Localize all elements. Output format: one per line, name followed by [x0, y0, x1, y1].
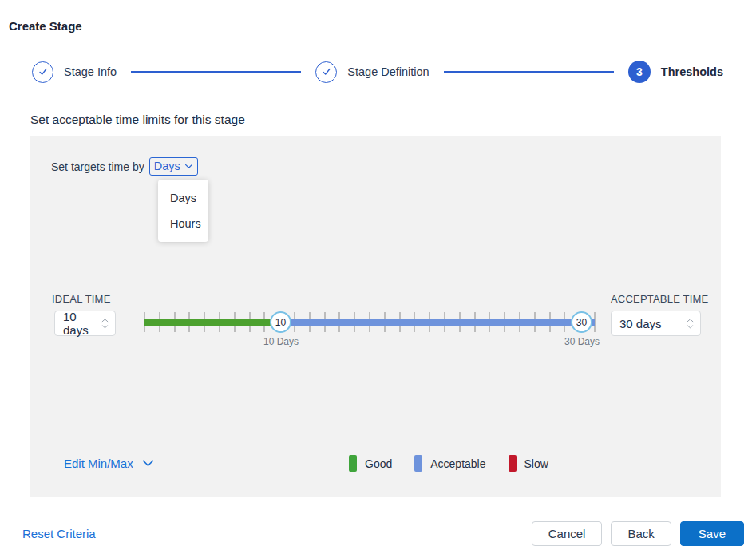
- check-circle-icon: [32, 61, 53, 83]
- targets-label: Set targets time by: [51, 160, 144, 173]
- slow-swatch: [509, 455, 517, 472]
- slider-handle-min[interactable]: 10: [270, 311, 291, 333]
- legend-label: Acceptable: [430, 457, 485, 470]
- stepper-step-stage-definition[interactable]: Stage Definition: [315, 61, 429, 83]
- page-title: Create Stage: [9, 19, 82, 33]
- legend-item-slow: Slow: [509, 455, 548, 472]
- stepper-step-stage-info[interactable]: Stage Info: [32, 61, 117, 83]
- unit-dropdown-menu: Days Hours: [158, 180, 208, 242]
- ideal-time-label: IDEAL TIME: [52, 293, 111, 305]
- acceptable-time-label: ACCEPTABLE TIME: [611, 293, 708, 305]
- save-button[interactable]: Save: [680, 521, 744, 546]
- legend-item-acceptable: Acceptable: [414, 455, 485, 472]
- cancel-button[interactable]: Cancel: [532, 521, 603, 546]
- stepper-arrows-icon[interactable]: [101, 319, 109, 329]
- chevron-down-icon: [184, 164, 193, 169]
- section-title: Set acceptable time limits for this stag…: [30, 113, 245, 127]
- slider-segment-acceptable: [281, 319, 595, 326]
- time-range-slider: 10 30 10 Days 30 Days: [144, 310, 595, 334]
- edit-minmax-link[interactable]: Edit Min/Max: [64, 457, 154, 470]
- slider-max-label: 30 Days: [550, 336, 614, 347]
- stepper: Stage Info Stage Definition 3 Thresholds: [32, 61, 723, 83]
- stepper-connector: [444, 71, 614, 73]
- slider-min-label: 10 Days: [249, 336, 313, 347]
- unit-dropdown-value: Days: [154, 160, 180, 172]
- edit-minmax-label: Edit Min/Max: [64, 457, 133, 470]
- stepper-arrows-icon[interactable]: [687, 319, 694, 329]
- ideal-time-input[interactable]: 10 days: [54, 311, 116, 336]
- legend: Good Acceptable Slow: [349, 455, 571, 472]
- step-number-badge: 3: [628, 61, 651, 83]
- step-label: Thresholds: [661, 65, 723, 78]
- good-swatch: [349, 455, 357, 472]
- chevron-down-icon: [142, 460, 154, 467]
- unit-option-hours[interactable]: Hours: [158, 211, 208, 236]
- acceptable-swatch: [414, 455, 422, 472]
- unit-dropdown-trigger[interactable]: Days: [149, 157, 198, 176]
- acceptable-time-value: 30 days: [619, 317, 662, 330]
- slider-handle-max[interactable]: 30: [571, 311, 592, 333]
- legend-item-good: Good: [349, 455, 392, 472]
- footer-buttons: Cancel Back Save: [532, 521, 744, 546]
- stepper-step-thresholds[interactable]: 3 Thresholds: [628, 61, 723, 83]
- slider-segment-good: [144, 319, 281, 326]
- acceptable-time-input[interactable]: 30 days: [611, 311, 701, 336]
- legend-label: Slow: [524, 457, 548, 470]
- slider-track[interactable]: [144, 319, 595, 326]
- step-label: Stage Info: [64, 65, 117, 78]
- reset-criteria-link[interactable]: Reset Criteria: [22, 527, 96, 540]
- step-label: Stage Definition: [347, 65, 429, 78]
- check-circle-icon: [315, 61, 337, 83]
- ideal-time-value: 10 days: [63, 310, 101, 337]
- create-stage-dialog: Create Stage Stage Info Stage Definition…: [0, 0, 756, 558]
- unit-option-days[interactable]: Days: [158, 185, 208, 211]
- stepper-connector: [131, 71, 301, 73]
- targets-row: Set targets time by Days: [51, 157, 198, 176]
- legend-label: Good: [365, 457, 392, 470]
- back-button[interactable]: Back: [611, 521, 671, 546]
